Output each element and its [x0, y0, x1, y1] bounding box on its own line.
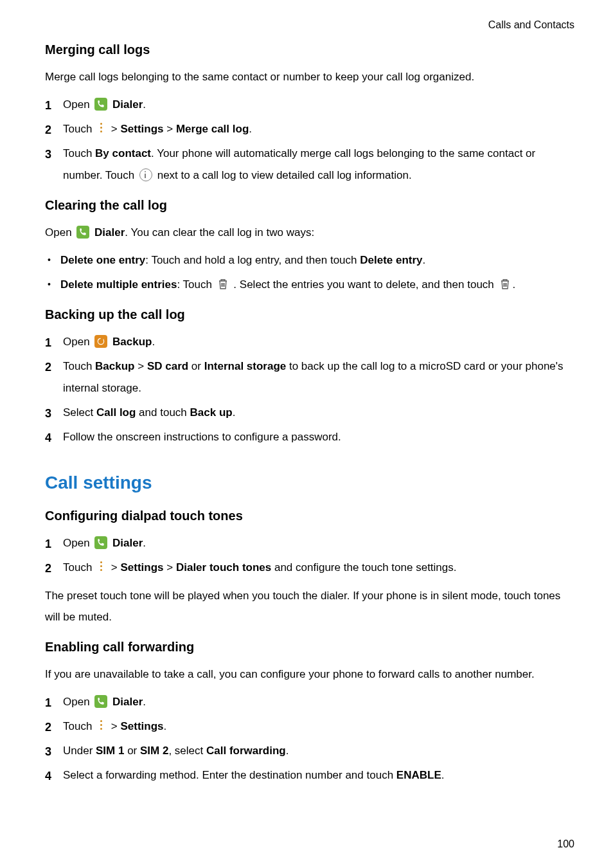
menu-path-item: Settings: [120, 123, 163, 135]
heading-call-settings: Call settings: [45, 473, 574, 493]
text: : Touch and hold a log entry, and then t…: [145, 254, 360, 266]
trash-icon: [217, 278, 229, 291]
trash-icon: [499, 278, 511, 291]
text: Touch: [63, 147, 95, 159]
paragraph: Open Dialer. You can clear the call log …: [45, 222, 574, 243]
text: Touch: [63, 360, 95, 372]
text: >: [111, 561, 121, 574]
ui-label: Internal storage: [204, 360, 287, 372]
list-item: Touch > Settings.: [45, 716, 574, 737]
ui-label: Delete multiple entries: [60, 278, 177, 291]
text: . Select the entries you want to delete,…: [233, 278, 497, 291]
text: >: [164, 123, 176, 135]
text: Open: [63, 98, 93, 111]
text: : Touch: [177, 278, 215, 291]
paragraph: Merge call logs belonging to the same co…: [45, 66, 574, 87]
text: >: [164, 561, 176, 574]
text: next to a call log to view detailed call…: [157, 169, 412, 181]
list-item: Open Backup.: [45, 331, 574, 353]
list-item: Follow the onscreen instructions to conf…: [45, 426, 574, 448]
menu-path-item: Dialer touch tones: [176, 561, 271, 574]
ui-label: SD card: [147, 360, 188, 372]
text: .: [423, 254, 426, 266]
text: .: [143, 537, 146, 549]
text: Touch: [63, 720, 95, 732]
list-item: Open Dialer.: [45, 691, 574, 713]
app-name: Dialer: [112, 696, 143, 708]
menu-path-item: Settings: [120, 720, 163, 732]
heading-clearing-call-log: Clearing the call log: [45, 198, 574, 213]
text: .: [249, 123, 252, 135]
text: Open: [63, 696, 93, 708]
list-item: Select Call log and touch Back up.: [45, 402, 574, 424]
app-name: Backup: [112, 336, 152, 348]
more-menu-icon: [97, 560, 106, 573]
svg-point-0: [98, 339, 104, 345]
text: , select: [168, 745, 206, 757]
paragraph: The preset touch tone will be played whe…: [45, 585, 574, 628]
text: Open: [45, 226, 75, 239]
ui-label: Back up: [190, 406, 233, 419]
text: .: [233, 406, 236, 419]
text: .: [143, 696, 146, 708]
text: and configure the touch tone settings.: [271, 561, 456, 574]
text: or: [124, 745, 140, 757]
heading-call-forwarding: Enabling call forwarding: [45, 640, 574, 655]
list-item: Touch By contact. Your phone will automa…: [45, 143, 574, 186]
ui-label: Delete entry: [360, 254, 422, 266]
paragraph: If you are unavailable to take a call, y…: [45, 664, 574, 685]
dialer-app-icon: [76, 226, 89, 239]
text: .: [441, 769, 445, 781]
dialer-app-icon: [94, 536, 107, 549]
text: Select a forwarding method. Enter the de…: [63, 769, 396, 781]
text: Under: [63, 745, 96, 757]
list-item: Touch Backup > SD card or Internal stora…: [45, 356, 574, 399]
backup-app-icon: [94, 335, 107, 348]
ui-label: SIM 1: [96, 745, 124, 757]
list-item: Touch > Settings > Dialer touch tones an…: [45, 557, 574, 579]
app-name: Dialer: [94, 226, 125, 239]
text: Open: [63, 336, 93, 348]
list-item: Delete multiple entries: Touch . Select …: [45, 274, 574, 296]
app-name: Dialer: [112, 537, 143, 549]
text: or: [188, 360, 204, 372]
list-item: Select a forwarding method. Enter the de…: [45, 764, 574, 786]
dialer-app-icon: [94, 695, 107, 708]
ui-label: ENABLE: [396, 769, 441, 781]
ui-label: Delete one entry: [60, 254, 145, 266]
more-menu-icon: [97, 719, 106, 732]
text: .: [164, 720, 167, 732]
ui-label: Backup: [95, 360, 134, 372]
text: Select: [63, 406, 96, 419]
ui-label: SIM 2: [140, 745, 168, 757]
text: Touch: [63, 123, 95, 135]
text: . You can clear the call log in two ways…: [125, 226, 314, 239]
text: .: [143, 98, 146, 111]
text: Open: [63, 537, 93, 549]
text: .: [513, 278, 516, 291]
text: >: [111, 123, 121, 135]
menu-path-item: Merge call log: [176, 123, 249, 135]
page-number: 100: [557, 838, 574, 850]
text: Touch: [63, 561, 95, 574]
list-item: Under SIM 1 or SIM 2, select Call forwar…: [45, 740, 574, 762]
ui-label: By contact: [95, 147, 151, 159]
ui-label: Call log: [96, 406, 136, 419]
menu-path-item: Settings: [120, 561, 163, 574]
list-item: Delete one entry: Touch and hold a log e…: [45, 249, 574, 271]
text: >: [135, 360, 147, 372]
app-name: Dialer: [112, 98, 143, 111]
list-item: Touch > Settings > Merge call log.: [45, 118, 574, 140]
text: .: [152, 336, 155, 348]
heading-dialpad-touch-tones: Configuring dialpad touch tones: [45, 509, 574, 523]
list-item: Open Dialer.: [45, 532, 574, 554]
text: Follow the onscreen instructions to conf…: [63, 431, 341, 443]
breadcrumb: Calls and Contacts: [45, 19, 574, 31]
heading-backup-call-log: Backing up the call log: [45, 307, 574, 322]
list-item: Open Dialer.: [45, 94, 574, 116]
ui-label: Call forwarding: [206, 745, 286, 757]
text: and touch: [136, 406, 190, 419]
info-icon: [139, 168, 152, 181]
text: .: [286, 745, 289, 757]
text: >: [111, 720, 121, 732]
